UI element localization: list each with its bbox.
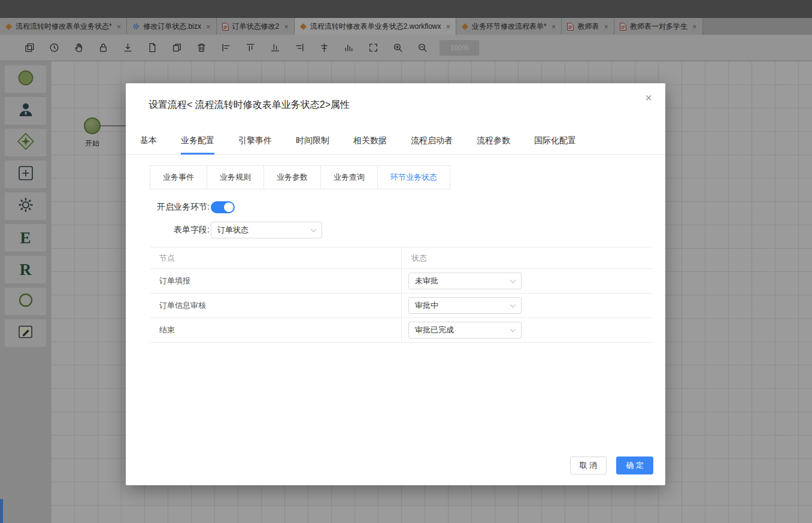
node-status-table: 节点 状态 订单填报 未审批 订单信息审核 审批中 结束 审批已完成 bbox=[150, 247, 653, 343]
column-header-node: 节点 bbox=[150, 247, 401, 268]
node-cell: 订单信息审核 bbox=[150, 294, 401, 318]
dialog-tab[interactable]: 相关数据 bbox=[353, 135, 387, 154]
status-cell: 未审批 bbox=[401, 269, 653, 293]
status-value: 未审批 bbox=[415, 276, 438, 286]
status-select[interactable]: 未审批 bbox=[408, 273, 522, 289]
dialog-subtab[interactable]: 业务事件 bbox=[150, 165, 207, 189]
chevron-down-icon bbox=[510, 277, 516, 283]
column-header-status: 状态 bbox=[401, 247, 653, 268]
field-label: 表单字段: bbox=[150, 225, 210, 235]
dialog-tab[interactable]: 流程启动者 bbox=[411, 135, 453, 154]
field-row: 表单字段: 订单状态 bbox=[150, 222, 641, 238]
toggle-label: 开启业务环节: bbox=[150, 202, 210, 213]
status-cell: 审批中 bbox=[401, 294, 653, 318]
status-value: 审批已完成 bbox=[415, 325, 454, 335]
dialog-tab[interactable]: 业务配置 bbox=[181, 135, 214, 154]
cancel-button[interactable]: 取 消 bbox=[570, 457, 607, 474]
dialog-footer: 取 消 确 定 bbox=[570, 457, 653, 474]
dialog-subtabs: 业务事件业务规则业务参数业务查询环节业务状态 bbox=[150, 165, 653, 189]
dialog-tab[interactable]: 基本 bbox=[140, 135, 157, 154]
business-stage-toggle[interactable] bbox=[211, 201, 235, 213]
form-field-select[interactable]: 订单状态 bbox=[211, 222, 322, 238]
node-cell: 订单填报 bbox=[150, 269, 401, 293]
table-row: 结束 审批已完成 bbox=[150, 318, 653, 343]
chevron-down-icon bbox=[510, 302, 516, 308]
close-icon[interactable]: × bbox=[645, 92, 652, 104]
dialog-subtab[interactable]: 业务规则 bbox=[207, 165, 264, 189]
dialog-tab[interactable]: 流程参数 bbox=[477, 135, 510, 154]
process-properties-dialog: 设置流程< 流程流转时修改表单业务状态2>属性 × 基本业务配置引擎事件时间限制… bbox=[126, 83, 665, 485]
table-row: 订单填报 未审批 bbox=[150, 269, 653, 294]
table-row: 订单信息审核 审批中 bbox=[150, 294, 653, 318]
dialog-tab[interactable]: 国际化配置 bbox=[534, 135, 576, 154]
confirm-button[interactable]: 确 定 bbox=[616, 457, 653, 474]
node-cell: 结束 bbox=[150, 318, 401, 342]
chevron-down-icon bbox=[311, 226, 317, 232]
toggle-row: 开启业务环节: bbox=[150, 201, 641, 213]
status-select[interactable]: 审批中 bbox=[408, 297, 522, 314]
table-header-row: 节点 状态 bbox=[150, 247, 653, 269]
dialog-tab[interactable]: 时间限制 bbox=[296, 135, 329, 154]
dialog-subtab[interactable]: 业务查询 bbox=[320, 165, 378, 189]
dialog-title: 设置流程< 流程流转时修改表单业务状态2>属性 bbox=[126, 83, 665, 111]
chevron-down-icon bbox=[510, 327, 516, 332]
dialog-tab[interactable]: 引擎事件 bbox=[238, 135, 272, 154]
dialog-subtab[interactable]: 业务参数 bbox=[263, 165, 321, 189]
status-select[interactable]: 审批已完成 bbox=[408, 322, 522, 338]
table-body: 订单填报 未审批 订单信息审核 审批中 结束 审批已完成 bbox=[150, 269, 653, 343]
form-field-value: 订单状态 bbox=[217, 225, 249, 235]
dialog-tabs: 基本业务配置引擎事件时间限制相关数据流程启动者流程参数国际化配置 bbox=[126, 135, 665, 155]
dialog-subtab[interactable]: 环节业务状态 bbox=[377, 165, 450, 189]
status-value: 审批中 bbox=[415, 300, 438, 311]
business-status-form: 开启业务环节: 表单字段: 订单状态 bbox=[126, 189, 665, 238]
status-cell: 审批已完成 bbox=[401, 318, 653, 342]
